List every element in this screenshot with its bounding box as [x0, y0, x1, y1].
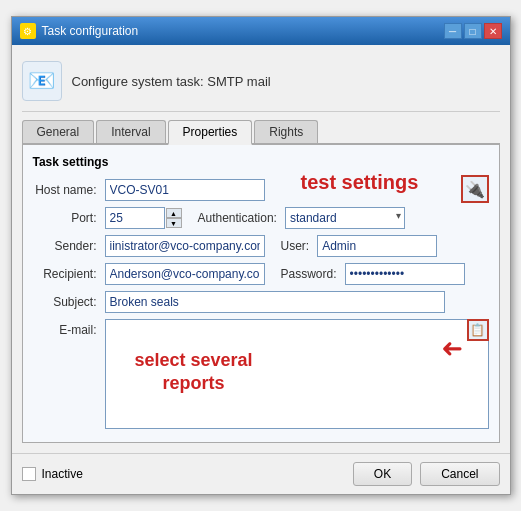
restore-button[interactable]: □: [464, 23, 482, 39]
host-row: Host name: test settings 🔌: [33, 179, 489, 201]
tab-rights[interactable]: Rights: [254, 120, 318, 143]
window-icon-symbol: ⚙: [23, 26, 32, 37]
tab-general[interactable]: General: [22, 120, 95, 143]
sender-input[interactable]: [105, 235, 265, 257]
port-input[interactable]: [105, 207, 165, 229]
password-input[interactable]: [345, 263, 465, 285]
port-row: Port: ▲ ▼ Authentication: standard none: [33, 207, 489, 229]
title-bar-left: ⚙ Task configuration: [20, 23, 139, 39]
auth-select-wrapper: standard none SSL: [285, 207, 405, 229]
tab-interval[interactable]: Interval: [96, 120, 165, 143]
port-label: Port:: [33, 211, 105, 225]
window-title: Task configuration: [42, 24, 139, 38]
password-group: Password:: [281, 263, 489, 285]
header-text: Configure system task: SMTP mail: [72, 74, 271, 89]
subject-input[interactable]: [105, 291, 445, 313]
user-input[interactable]: [317, 235, 437, 257]
footer-buttons: OK Cancel: [353, 462, 500, 486]
minimize-button[interactable]: ─: [444, 23, 462, 39]
auth-select[interactable]: standard none SSL: [285, 207, 405, 229]
email-row: E-mail: 📋 select severalreports ➜: [33, 319, 489, 432]
email-area-container: 📋 select severalreports ➜: [105, 319, 489, 432]
email-icon: 📧: [28, 68, 55, 94]
subject-label: Subject:: [33, 295, 105, 309]
title-bar: ⚙ Task configuration ─ □ ✕: [12, 17, 510, 45]
tabs-bar: General Interval Properties Rights: [22, 120, 500, 145]
footer: Inactive OK Cancel: [12, 453, 510, 494]
window-icon: ⚙: [20, 23, 36, 39]
inactive-checkbox[interactable]: [22, 467, 36, 481]
user-group: User:: [281, 235, 489, 257]
auth-group: Authentication: standard none SSL: [198, 207, 489, 229]
recipient-row: Recipient: Password:: [33, 263, 489, 285]
sender-row: Sender: User:: [33, 235, 489, 257]
inactive-label: Inactive: [42, 467, 83, 481]
title-buttons: ─ □ ✕: [444, 23, 502, 39]
subject-row: Subject:: [33, 291, 489, 313]
email-label: E-mail:: [33, 319, 105, 337]
inactive-section: Inactive: [22, 467, 83, 481]
cancel-button[interactable]: Cancel: [420, 462, 499, 486]
close-button[interactable]: ✕: [484, 23, 502, 39]
test-settings-label: test settings: [301, 171, 419, 194]
auth-label: Authentication:: [198, 211, 277, 225]
port-spin-up[interactable]: ▲: [166, 208, 182, 218]
window-body: 📧 Configure system task: SMTP mail Gener…: [12, 45, 510, 453]
sender-label: Sender:: [33, 239, 105, 253]
host-input[interactable]: [105, 179, 265, 201]
user-label: User:: [281, 239, 310, 253]
email-textarea[interactable]: [105, 319, 489, 429]
email-select-button[interactable]: 📋: [467, 319, 489, 341]
port-input-container: ▲ ▼: [105, 207, 182, 229]
port-spin-down[interactable]: ▼: [166, 218, 182, 228]
content-area: Task settings Host name: test settings 🔌…: [22, 145, 500, 443]
test-settings-button[interactable]: 🔌: [461, 175, 489, 203]
port-spinner: ▲ ▼: [166, 208, 182, 228]
host-label: Host name:: [33, 183, 105, 197]
task-configuration-window: ⚙ Task configuration ─ □ ✕ 📧 Configure s…: [11, 16, 511, 495]
ok-button[interactable]: OK: [353, 462, 412, 486]
recipient-input[interactable]: [105, 263, 265, 285]
tab-properties[interactable]: Properties: [168, 120, 253, 145]
header-icon: 📧: [22, 61, 62, 101]
section-title: Task settings: [33, 155, 489, 169]
host-row-container: Host name: test settings 🔌: [33, 179, 489, 201]
header-section: 📧 Configure system task: SMTP mail: [22, 55, 500, 112]
password-label: Password:: [281, 267, 337, 281]
recipient-label: Recipient:: [33, 267, 105, 281]
